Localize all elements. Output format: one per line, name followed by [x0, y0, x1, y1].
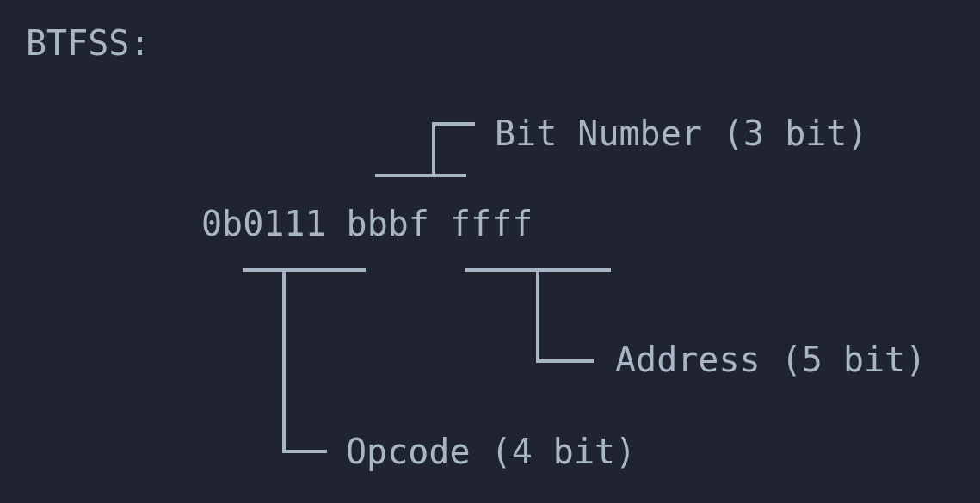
field-label-address: Address (5 bit)	[615, 342, 926, 377]
field-label-opcode: Opcode (4 bit)	[346, 434, 636, 469]
instruction-encoding-diagram: BTFSS: 0b0111 bbbf ffff Bit Number (3 bi…	[0, 0, 980, 503]
instruction-title: BTFSS:	[26, 26, 151, 60]
connector-lines	[0, 0, 980, 503]
field-label-bit-number: Bit Number (3 bit)	[495, 116, 867, 150]
encoding-pattern: 0b0111 bbbf ffff	[201, 206, 533, 241]
